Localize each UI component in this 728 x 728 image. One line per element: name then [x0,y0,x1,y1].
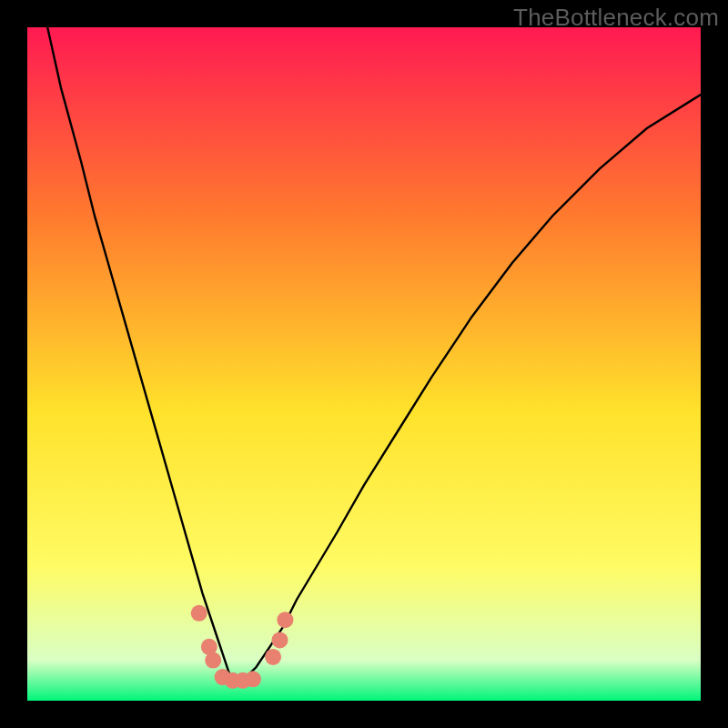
data-marker [265,649,281,665]
data-marker [245,671,261,687]
data-marker [191,605,207,622]
bottleneck-chart [27,27,701,701]
data-marker [277,612,293,628]
data-marker [205,652,221,669]
data-marker [272,632,288,648]
chart-frame: TheBottleneck.com [0,0,728,728]
gradient-background [27,27,701,701]
